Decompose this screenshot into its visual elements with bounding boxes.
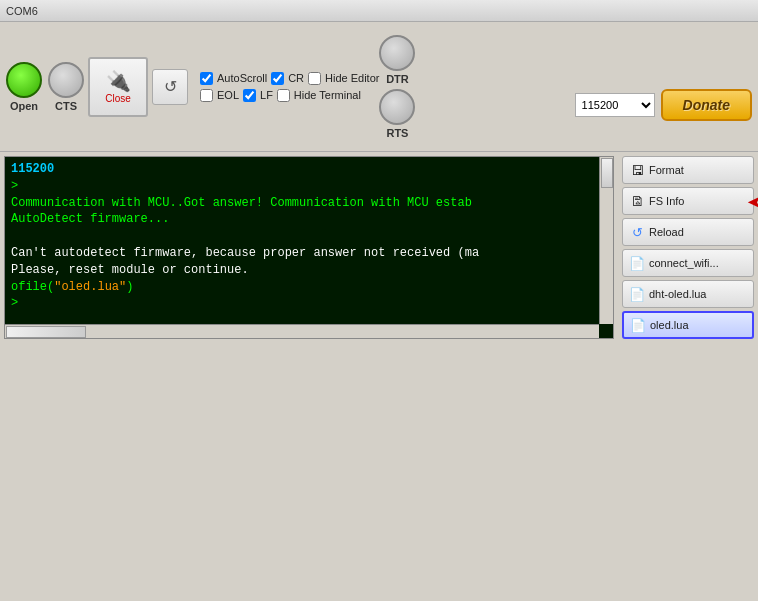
- oled-lua-icon: 📄: [630, 317, 646, 333]
- autoscroll-checkbox[interactable]: [200, 72, 213, 85]
- ofile-string: "oled.lua": [54, 280, 126, 294]
- content-area: 115200 > Communication with MCU..Got ans…: [0, 152, 758, 343]
- terminal-container: 115200 > Communication with MCU..Got ans…: [4, 156, 614, 339]
- terminal-line-ofile: ofile("oled.lua"): [11, 279, 595, 296]
- checkbox-group: AutoScroll CR Hide Editor EOL LF Hide Te…: [200, 72, 379, 102]
- close-icon: 🔌: [106, 69, 131, 93]
- cr-checkbox[interactable]: [271, 72, 284, 85]
- terminal-line-comm: Communication with MCU..Got answer! Comm…: [11, 195, 595, 212]
- close-button[interactable]: 🔌 Close: [88, 57, 148, 117]
- close-label: Close: [105, 93, 131, 104]
- fs-info-label: FS Info: [649, 195, 684, 207]
- terminal-line-prompt-2: >: [11, 295, 595, 312]
- format-button[interactable]: 🖫 Format: [622, 156, 754, 184]
- fs-info-arrow: ➤: [747, 191, 758, 213]
- hide-editor-label: Hide Editor: [325, 72, 379, 84]
- reload-icon: ↺: [629, 224, 645, 240]
- dtr-btn-group: DTR: [379, 35, 415, 85]
- baud-select[interactable]: 3001200240048009600192003840057600748801…: [575, 93, 655, 117]
- title-bar-text: COM6: [6, 5, 38, 17]
- autoscroll-label: AutoScroll: [217, 72, 267, 84]
- baud-donate-row: 3001200240048009600192003840057600748801…: [575, 89, 752, 121]
- terminal-line-error-1: Can't autodetect firmware, because prope…: [11, 245, 595, 262]
- eol-label: EOL: [217, 89, 239, 101]
- format-label: Format: [649, 164, 684, 176]
- fs-info-button[interactable]: 🖺 FS Info: [622, 187, 754, 215]
- open-label: Open: [10, 100, 38, 112]
- dht-oled-icon: 📄: [629, 286, 645, 302]
- rts-led[interactable]: [379, 89, 415, 125]
- toolbar-section-left: Open CTS: [6, 62, 84, 112]
- cts-btn-group: CTS: [48, 62, 84, 112]
- cr-label: CR: [288, 72, 304, 84]
- eol-checkbox[interactable]: [200, 89, 213, 102]
- ofile-prefix: ofile(: [11, 280, 54, 294]
- toolbar: Open CTS 🔌 Close ↺ AutoScroll CR Hide Ed…: [0, 22, 758, 152]
- error-cant: Can't autodetect firmware, because prope…: [11, 246, 479, 260]
- lf-checkbox[interactable]: [243, 89, 256, 102]
- rts-label: RTS: [386, 127, 408, 139]
- dtr-rts-group: DTR RTS: [379, 35, 415, 139]
- hide-terminal-label: Hide Terminal: [294, 89, 361, 101]
- hide-terminal-checkbox[interactable]: [277, 89, 290, 102]
- connect-wifi-button[interactable]: 📄 connect_wifi...: [622, 249, 754, 277]
- format-icon: 🖫: [629, 162, 645, 178]
- terminal-line-prompt-1: >: [11, 178, 595, 195]
- terminal-hscrollbar[interactable]: [5, 324, 599, 338]
- eol-row: EOL LF Hide Terminal: [200, 89, 379, 102]
- open-btn-group: Open: [6, 62, 42, 112]
- fs-info-icon: 🖺: [629, 193, 645, 209]
- title-bar: COM6: [0, 0, 758, 22]
- lf-label: LF: [260, 89, 273, 101]
- oled-lua-container: 📄 oled.lua ➤: [622, 311, 754, 339]
- dtr-label: DTR: [386, 73, 409, 85]
- terminal-line-error-2: Please, reset module or continue.: [11, 262, 595, 279]
- terminal-scrollbar[interactable]: [599, 157, 613, 324]
- hide-editor-checkbox[interactable]: [308, 72, 321, 85]
- right-panel: 🖫 Format 🖺 FS Info ➤ ↺ Reload 📄 connect_…: [618, 152, 758, 343]
- connect-wifi-icon: 📄: [629, 255, 645, 271]
- ofile-suffix: ): [126, 280, 133, 294]
- refresh-icon: ↺: [164, 77, 177, 96]
- reload-button[interactable]: ↺ Reload: [622, 218, 754, 246]
- terminal-output[interactable]: 115200 > Communication with MCU..Got ans…: [5, 157, 613, 338]
- open-led[interactable]: [6, 62, 42, 98]
- baud-donate-group: 3001200240048009600192003840057600748801…: [575, 53, 752, 121]
- dht-oled-label: dht-oled.lua: [649, 288, 707, 300]
- oled-lua-label: oled.lua: [650, 319, 689, 331]
- connect-wifi-label: connect_wifi...: [649, 257, 719, 269]
- rts-btn-group: RTS: [379, 89, 415, 139]
- dht-oled-button[interactable]: 📄 dht-oled.lua: [622, 280, 754, 308]
- refresh-button[interactable]: ↺: [152, 69, 188, 105]
- donate-button[interactable]: Donate: [661, 89, 752, 121]
- cts-label: CTS: [55, 100, 77, 112]
- terminal-scrollbar-thumb[interactable]: [601, 158, 613, 188]
- oled-lua-button[interactable]: 📄 oled.lua: [622, 311, 754, 339]
- reload-label: Reload: [649, 226, 684, 238]
- terminal-line-blank: [11, 228, 595, 245]
- terminal-line-baud: 115200: [11, 161, 595, 178]
- autoscroll-row: AutoScroll CR Hide Editor: [200, 72, 379, 85]
- cts-led[interactable]: [48, 62, 84, 98]
- terminal-line-autodetect: AutoDetect firmware...: [11, 211, 595, 228]
- fs-info-container: 🖺 FS Info ➤: [622, 187, 754, 215]
- dtr-led[interactable]: [379, 35, 415, 71]
- error-please: Please, reset module or continue.: [11, 263, 249, 277]
- terminal-hscrollbar-thumb[interactable]: [6, 326, 86, 338]
